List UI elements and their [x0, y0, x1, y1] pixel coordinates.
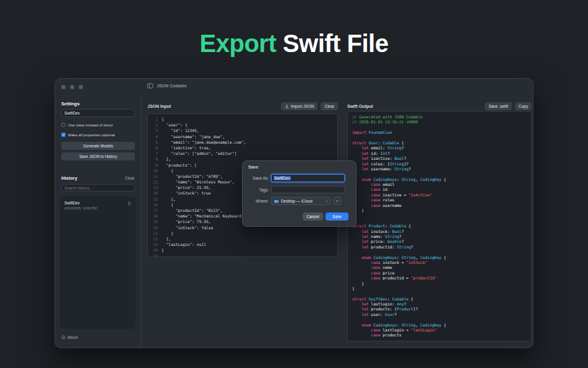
json-input-heading: JSON Input [147, 104, 171, 108]
window-title: JSON Codable [157, 84, 187, 88]
swift-code-line: case productid = "productId" [348, 276, 531, 281]
save-as-label: Save As: [243, 176, 269, 180]
swift-code-line: let price: Double? [348, 239, 531, 244]
settings-heading: Settings [61, 101, 80, 107]
json-input-header: JSON Input Import JSON Clear [147, 101, 338, 111]
chevron-down-icon [325, 200, 328, 203]
save-swift-button[interactable]: Save .swift [485, 102, 511, 110]
json-code-line: 21 } [148, 230, 337, 236]
save-dialog-title: Save [248, 165, 258, 169]
where-dropdown[interactable]: Desktop — iCloud [271, 197, 331, 205]
history-item-texts: SwiftDev 10/12/2025, 10:03 PM [64, 201, 128, 210]
expand-dialog-button[interactable] [333, 197, 342, 205]
swift-code-line: case name [348, 265, 531, 270]
swift-code-line [348, 317, 531, 322]
tags-label: Tags: [243, 188, 269, 192]
swift-code-line: case price [348, 271, 531, 276]
swift-code-line: case isactive = "isActive" [348, 193, 531, 198]
close-window-button[interactable] [61, 85, 66, 89]
swift-code-line: let email: String? [348, 146, 531, 151]
search-history-input[interactable] [61, 184, 135, 191]
trash-icon[interactable] [128, 201, 131, 206]
swift-code-line: let instock: Bool? [348, 229, 531, 234]
swift-code-line: let productid: String? [348, 245, 531, 250]
swift-output-heading: Swift Output [347, 104, 373, 108]
tags-input[interactable] [271, 186, 345, 193]
use-class-checkbox-row[interactable]: Use class instead of struct [61, 123, 113, 127]
swift-output-header: Swift Output Save .swift Copy [347, 101, 532, 111]
save-as-selected-text: SwiftDev [274, 176, 291, 180]
page-title: Export Swift File [0, 30, 588, 58]
save-dialog-buttons: Cancel Save [303, 212, 348, 221]
swift-code-line: // 2026-01-01 13:16:21 +0000 [348, 120, 531, 125]
import-json-button[interactable]: Import JSON [281, 102, 318, 110]
swift-code-line: let isactive: Bool? [348, 156, 531, 161]
history-header: History Clear [61, 175, 134, 181]
swift-code-line: case email [348, 182, 531, 187]
swift-code-line: case lastlogin = "lastLogin" [348, 328, 531, 333]
sidebar: Settings Use class instead of struct Mak… [55, 95, 141, 348]
sidebar-toggle-icon[interactable] [147, 83, 153, 89]
generate-models-button[interactable]: Generate Models [61, 142, 135, 150]
swift-code-line: struct User: Codable { [348, 141, 531, 146]
swift-code-line: struct SwiftDev: Codable { [348, 297, 531, 302]
cancel-button[interactable]: Cancel [303, 212, 323, 221]
json-code-line: 2 "user": { [148, 122, 337, 128]
json-code-line: 1{ [148, 116, 337, 122]
json-code-line: 7 "roles": ["admin", "editor"] [148, 151, 337, 156]
minimize-window-button[interactable] [70, 85, 74, 89]
zoom-window-button[interactable] [79, 85, 83, 89]
import-icon [285, 104, 289, 108]
titlebar-title-group: JSON Codable [147, 83, 187, 89]
history-list-item[interactable]: SwiftDev 10/12/2025, 10:03 PM [63, 199, 133, 212]
swift-code-line: let user: User? [348, 312, 531, 317]
use-class-checkbox[interactable] [61, 123, 66, 127]
optional-properties-checkbox-row[interactable]: Make all properties optional [61, 133, 115, 137]
model-name-input[interactable] [61, 109, 135, 117]
history-heading: History [61, 175, 77, 181]
folder-icon [274, 199, 279, 203]
swift-code-line: case roles [348, 198, 531, 203]
json-code-line: 3 "id": 12345, [148, 128, 337, 133]
swift-code-line [348, 219, 531, 224]
json-code-line: 22 ], [148, 236, 337, 242]
swift-code-line [348, 125, 531, 130]
import-json-label: Import JSON [291, 104, 314, 108]
app-window: JSON Codable Settings Use class instead … [54, 78, 534, 348]
swift-code-line: case instock = "inStock" [348, 260, 531, 265]
history-item-date: 10/12/2025, 10:03 PM [64, 206, 128, 210]
swift-code-line: case products [348, 333, 531, 338]
json-clear-button[interactable]: Clear [321, 102, 338, 110]
history-list: SwiftDev 10/12/2025, 10:03 PM [60, 196, 136, 329]
copy-button[interactable]: Copy [515, 102, 532, 110]
dialog-save-button[interactable]: Save [326, 212, 348, 221]
swift-code-line: } [348, 208, 531, 213]
save-as-row: Save As: SwiftDev [243, 174, 356, 182]
about-button[interactable]: About [61, 335, 77, 340]
json-code-line: 5 "email": "jane.doe@example.com", [148, 139, 337, 145]
swift-code-line: enum CodingKeys: String, CodingKey { [348, 177, 531, 182]
swift-editor[interactable]: // Generated with JSON Codable// 2026-01… [347, 111, 532, 341]
info-icon [61, 335, 66, 340]
page-title-rest: Swift File [276, 30, 388, 57]
traffic-lights [61, 85, 83, 89]
where-label: Where: [243, 199, 269, 203]
optional-properties-checkbox[interactable] [61, 133, 66, 137]
swift-code-line: } [348, 213, 531, 218]
tags-row: Tags: [243, 186, 356, 193]
history-clear-button[interactable]: Clear [125, 176, 134, 180]
where-row: Where: Desktop — iCloud [243, 197, 356, 205]
swift-code-line: let id: Int? [348, 151, 531, 156]
where-value: Desktop — iCloud [281, 199, 313, 203]
swift-code-line: let name: String? [348, 234, 531, 239]
use-class-checkbox-label: Use class instead of struct [68, 123, 113, 127]
swift-code-line [348, 291, 531, 296]
swift-code-line [348, 250, 531, 255]
about-label: About [67, 335, 77, 340]
json-code-line: 6 "isActive": true, [148, 145, 337, 151]
optional-properties-checkbox-label: Make all properties optional [68, 133, 115, 137]
save-as-input[interactable]: SwiftDev [271, 174, 345, 182]
save-json-to-history-button[interactable]: Save JSON to History [61, 152, 135, 160]
json-code-line: 25 [148, 253, 337, 258]
json-code-line: 24} [148, 247, 337, 253]
